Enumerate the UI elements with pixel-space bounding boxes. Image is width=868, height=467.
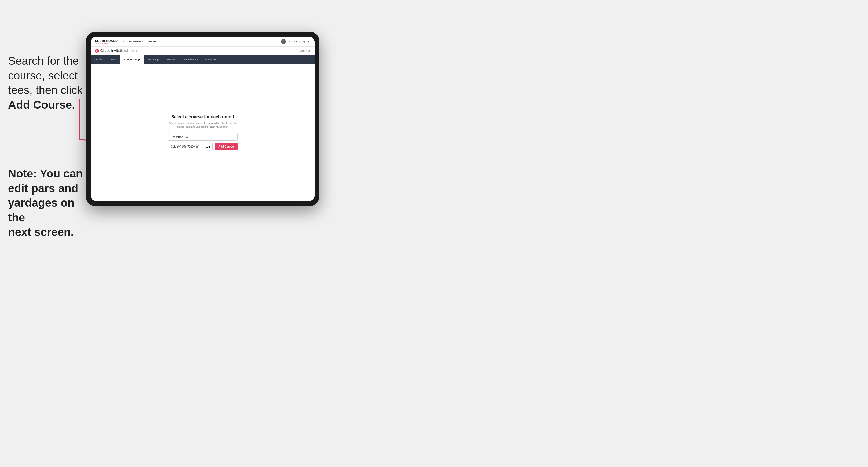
cancel-button[interactable]: Cancel ✕ (299, 50, 310, 52)
tab-course-setup[interactable]: Course Setup (120, 55, 144, 64)
tournament-title: C Clippd Invitational (Men) (95, 49, 137, 53)
annotation-note: Note: You can edit pars and yardages on … (8, 166, 86, 240)
tab-results[interactable]: Results (163, 55, 179, 64)
course-select-description: Search for a course and select a tee. Yo… (168, 122, 238, 129)
tee-select-row: Gold (M) (M) (7010 yds) ▴▾ Add Course (168, 143, 238, 150)
course-search-input[interactable] (168, 133, 238, 141)
navbar: SCOREBOARD Powered by clippd TOURNAMENTS… (91, 36, 315, 47)
tablet-screen: SCOREBOARD Powered by clippd TOURNAMENTS… (91, 36, 315, 201)
main-content: Select a course for each round Search fo… (91, 64, 315, 201)
add-course-button[interactable]: Add Course (215, 143, 238, 150)
tee-select[interactable]: Gold (M) (M) (7010 yds) (168, 143, 213, 150)
nav-tournaments[interactable]: TOURNAMENTS (123, 40, 143, 43)
clippd-icon: C (95, 49, 99, 53)
pipe: | (299, 40, 300, 43)
tab-bar: Details Teams Course Setup Tee Groups Re… (91, 55, 315, 64)
brand-sub: Powered by clippd (95, 42, 118, 44)
navbar-links: TOURNAMENTS TEAMS (123, 40, 281, 43)
tournament-meta: (Men) (130, 50, 137, 52)
tab-teams[interactable]: Teams (106, 55, 121, 64)
course-select-title: Select a course for each round (171, 115, 234, 119)
tournament-name: Clippd Invitational (100, 49, 128, 53)
tee-select-wrapper: Gold (M) (M) (7010 yds) ▴▾ (168, 143, 213, 150)
brand-title: SCOREBOARD (95, 39, 118, 42)
annotation-main: Search for the course, select tees, then… (8, 54, 86, 112)
tablet-frame: SCOREBOARD Powered by clippd TOURNAMENTS… (86, 32, 319, 206)
tab-leaderboards[interactable]: Leaderboards (179, 55, 202, 64)
user-name: Test User (287, 40, 298, 43)
tab-tee-groups[interactable]: Tee Groups (144, 55, 164, 64)
user-avatar: T (281, 39, 286, 44)
tournament-header: C Clippd Invitational (Men) Cancel ✕ (91, 47, 315, 55)
sign-out-link[interactable]: Sign out (302, 40, 310, 43)
nav-teams[interactable]: TEAMS (148, 40, 157, 43)
tab-details[interactable]: Details (91, 55, 106, 64)
tab-printables[interactable]: Printables (202, 55, 220, 64)
navbar-right: T Test User | Sign out (281, 39, 310, 44)
brand: SCOREBOARD Powered by clippd (95, 39, 118, 44)
